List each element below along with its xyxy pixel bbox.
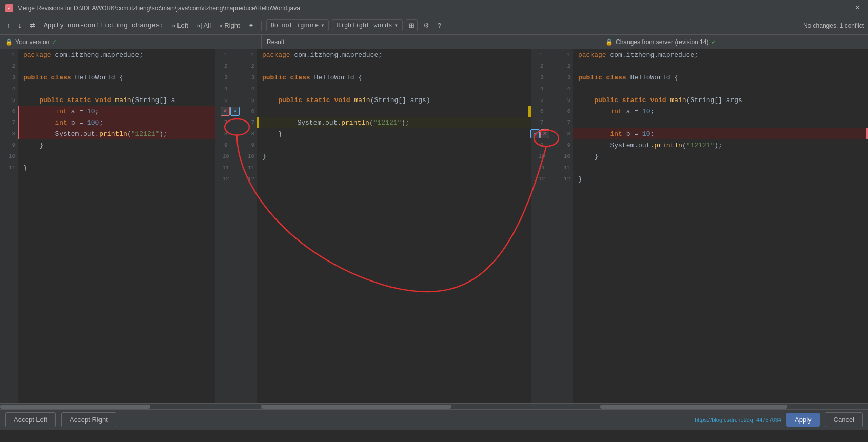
center-scrollbar-track[interactable]: [262, 404, 554, 409]
right-num-11: 11: [555, 162, 573, 173]
left-gutter-10: 10: [215, 151, 239, 162]
center-code-line-11: [257, 162, 531, 173]
right-num-1: 1: [555, 49, 573, 61]
right-merge-gutter: 1 2 3 4 5 6 7 8 « ✕ 9 10 11 12: [531, 49, 555, 403]
right-line-numbers: 1 2 3 4 5 6 7 8 9 10 11 12: [555, 49, 573, 403]
right-panel-title: Changes from server (revision 14): [616, 38, 708, 46]
left-gutter-scrollbar: [215, 404, 262, 409]
left-code-line-11: }: [18, 162, 215, 173]
accept-right-button[interactable]: «: [530, 129, 540, 138]
center-num-4: 4: [239, 83, 257, 94]
line-num-4: 4: [0, 83, 18, 94]
left-code-line-8: System.out.println("12121");: [18, 128, 215, 139]
left-gutter-header: [215, 35, 262, 49]
conflict-indicator: [528, 106, 531, 117]
left-gutter-8: 8: [215, 128, 239, 139]
center-code-line-5: public static void main(String[] args): [257, 94, 531, 106]
merge-buttons-left[interactable]: ✕ »: [221, 107, 240, 116]
app-icon: J: [5, 4, 13, 12]
center-code-area[interactable]: package com.itzheng.mapreduce; public cl…: [257, 49, 531, 403]
right-num-4: 4: [555, 83, 573, 94]
right-num-8: 8: [555, 128, 573, 139]
center-num-10: 10: [239, 151, 257, 162]
right-scrollbar-track[interactable]: [600, 404, 868, 409]
left-scrollbar-track[interactable]: [0, 404, 215, 409]
center-num-11: 11: [239, 162, 257, 173]
center-code-line-7[interactable]: System.out.println("12121");: [257, 117, 531, 128]
left-code-line-3: public class HelloWorld {: [18, 72, 215, 83]
right-code-line-7: [573, 117, 868, 128]
cancel-button[interactable]: Cancel: [825, 412, 863, 427]
line-num-11: 11: [0, 162, 18, 173]
right-code-area[interactable]: package com.itzheng.mapreduce; public cl…: [573, 49, 868, 403]
center-code-line-6: [257, 106, 531, 117]
left-gutter-2: 2: [215, 61, 239, 72]
merge-buttons-right[interactable]: « ✕: [530, 129, 549, 138]
prev-change-button[interactable]: ↑: [4, 20, 13, 31]
do-not-ignore-dropdown[interactable]: Do not ignore ▾: [266, 19, 329, 31]
right-code-line-2: [573, 61, 868, 72]
center-line-numbers: 1 2 3 4 5 6 7 8 9 10 11 12: [239, 49, 257, 403]
columns-icon: ⊞: [409, 22, 415, 29]
right-num-12: 12: [555, 173, 573, 185]
right-num-5: 5: [555, 94, 573, 106]
close-button[interactable]: ×: [852, 3, 863, 14]
center-scrollbar-thumb[interactable]: [262, 405, 451, 409]
accept-left-action-button[interactable]: Accept Left: [5, 412, 56, 427]
apply-left-button[interactable]: » Left: [169, 20, 191, 31]
highlight-words-dropdown[interactable]: Highlight words ▾: [332, 19, 402, 31]
columns-button[interactable]: ⊞: [406, 19, 418, 31]
magic-button[interactable]: ✦: [246, 20, 257, 31]
center-num-5: 5: [239, 94, 257, 106]
accept-right-action-button[interactable]: Accept Right: [61, 412, 116, 427]
next-change-button[interactable]: ↓: [16, 20, 25, 31]
left-code-line-10: [18, 151, 215, 162]
left-merge-gutter: 1 2 3 4 5 6 ✕ » 7 8 9 10 11 12: [215, 49, 239, 403]
right-num-7: 7: [555, 117, 573, 128]
right-code-line-10: }: [573, 151, 868, 162]
lock-icon: 🔒: [5, 38, 13, 46]
help-button[interactable]: ?: [435, 20, 444, 31]
reject-right-button[interactable]: ✕: [540, 129, 549, 138]
all-arrows-icon: »|: [196, 22, 202, 29]
left-code-line-2: [18, 61, 215, 72]
scrollbar-area[interactable]: [0, 403, 868, 409]
settings-button[interactable]: ⚙: [421, 20, 432, 31]
right-code-line-9: System.out.println("12121");: [573, 139, 868, 151]
left-gutter-6: 6 ✕ »: [215, 106, 239, 117]
check-icon-right: ✓: [711, 38, 716, 46]
apply-all-button[interactable]: »| All: [194, 20, 213, 31]
right-gutter-scrollbar: [554, 404, 600, 409]
left-code-area[interactable]: package com.itzheng.mapreduce; public cl…: [18, 49, 215, 403]
right-gutter-8: 8 « ✕: [531, 128, 555, 139]
left-line-numbers: 1 2 3 4 5 6 7 8 9 10 11: [0, 49, 18, 403]
right-scrollbar-thumb[interactable]: [600, 405, 787, 409]
center-num-6: 6: [239, 106, 257, 117]
right-gutter-header: [554, 35, 600, 49]
center-num-3: 3: [239, 72, 257, 83]
down-arrow-icon: ↓: [18, 22, 22, 29]
editor-area: 1 2 3 4 5 6 7 8 9 10 11 package com.itzh…: [0, 49, 868, 403]
right-gutter-1: 1: [531, 49, 555, 61]
right-gutter-4: 4: [531, 83, 555, 94]
title-bar-left: J Merge Revisions for D:\IDEAWORK\com.it…: [5, 4, 300, 12]
accept-left-button[interactable]: »: [230, 107, 240, 116]
status-text: No changes. 1 conflict: [803, 22, 864, 29]
apply-non-conflicting-label: Apply non-conflicting changes:: [41, 20, 166, 31]
right-num-2: 2: [555, 61, 573, 72]
reject-left-button[interactable]: ✕: [221, 107, 230, 116]
url-link[interactable]: https://blog.csdn.net/qq_44757034: [695, 417, 781, 423]
right-gutter-11: 11: [531, 162, 555, 173]
line-num-9: 9: [0, 139, 18, 151]
left-arrows-icon: »: [172, 22, 175, 29]
apply-button[interactable]: Apply: [786, 413, 820, 427]
left-panel-title: Your version: [15, 38, 49, 46]
left-code-line-9: }: [18, 139, 215, 151]
bottom-left-buttons: Accept Left Accept Right: [5, 412, 116, 427]
sync-button[interactable]: ⇄: [27, 20, 38, 31]
left-scrollbar-thumb[interactable]: [0, 405, 150, 409]
right-num-3: 3: [555, 72, 573, 83]
apply-right-button[interactable]: « Right: [216, 20, 243, 31]
question-icon: ?: [438, 22, 441, 29]
center-code-line-10: }: [257, 151, 531, 162]
